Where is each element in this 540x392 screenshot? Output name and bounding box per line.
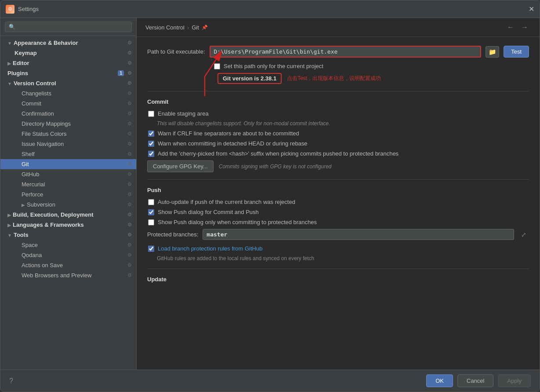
configure-gpg-button[interactable]: Configure GPG Key...	[147, 160, 214, 172]
current-project-label: Set this path only for the current proje…	[224, 63, 323, 69]
cancel-button[interactable]: Cancel	[457, 374, 493, 387]
breadcrumb: Version Control › Git 📌	[145, 24, 208, 31]
build-settings-icon: ⚙	[127, 212, 132, 218]
file-status-settings-icon: ⚙	[127, 131, 132, 137]
push-section-title: Push	[147, 187, 529, 193]
detached-label: Warn when committing in detached HEAD or…	[158, 140, 308, 147]
breadcrumb-git: Git	[192, 24, 199, 31]
search-box	[0, 18, 136, 36]
window-title: Settings	[18, 6, 529, 12]
sidebar-item-commit[interactable]: Commit ⚙	[0, 98, 136, 109]
staging-row: Enable staging area	[147, 110, 529, 117]
main-header: Version Control › Git 📌 ← →	[137, 18, 540, 37]
qodana-settings-icon: ⚙	[127, 252, 132, 258]
sidebar-item-editor[interactable]: ▶Editor ⚙	[0, 58, 136, 68]
gpg-row: Configure GPG Key... Commits signing wit…	[147, 160, 529, 172]
github-settings-icon: ⚙	[127, 171, 132, 177]
protected-branches-label: Protected branches:	[147, 231, 198, 238]
path-label: Path to Git executable:	[147, 48, 205, 55]
confirmation-settings-icon: ⚙	[127, 111, 132, 116]
shelf-settings-icon: ⚙	[127, 151, 132, 157]
show-push-protected-row: Show Push dialog only when committing to…	[147, 219, 529, 225]
mercurial-settings-icon: ⚙	[127, 181, 132, 187]
expand-protected-icon[interactable]: ⤢	[518, 230, 529, 239]
sidebar-item-version-control[interactable]: ▼Version Control ⚙	[0, 78, 136, 88]
annotation-text: 点击Test，出现版本信息，说明配置成功	[287, 75, 381, 82]
browse-button[interactable]: 📁	[486, 46, 499, 58]
detached-checkbox[interactable]	[148, 141, 154, 147]
sidebar-item-subversion[interactable]: ▶Subversion ⚙	[0, 200, 136, 210]
update-divider	[147, 269, 529, 269]
sidebar-item-appearance[interactable]: ▼Appearance & Behavior ⚙	[0, 38, 136, 48]
lang-settings-icon: ⚙	[127, 222, 132, 228]
settings-window: ⚙ Settings ✕ ▼Appearance & Behavior ⚙ Ke…	[0, 0, 540, 392]
sidebar: ▼Appearance & Behavior ⚙ Keymap ⚙ ▶Edito…	[0, 18, 137, 370]
sidebar-item-web-browsers[interactable]: Web Browsers and Preview ⚙	[0, 270, 136, 280]
update-section-title: Update	[147, 276, 529, 283]
sidebar-item-changelists[interactable]: Changelists ⚙	[0, 88, 136, 98]
sidebar-item-issue-navigation[interactable]: Issue Navigation ⚙	[0, 139, 136, 149]
commit-settings-icon: ⚙	[127, 101, 132, 106]
apply-button[interactable]: Apply	[498, 374, 531, 387]
protected-branches-input[interactable]	[203, 229, 514, 240]
sidebar-item-keymap[interactable]: Keymap ⚙	[0, 48, 136, 58]
sidebar-item-languages-frameworks[interactable]: ▶Languages & Frameworks ⚙	[0, 220, 136, 230]
sidebar-item-shelf[interactable]: Shelf ⚙	[0, 149, 136, 159]
main-body: Path to Git executable: 📁 Test Set this …	[137, 37, 540, 370]
breadcrumb-separator: ›	[187, 24, 189, 31]
sidebar-item-github[interactable]: GitHub ⚙	[0, 169, 136, 179]
staging-checkbox[interactable]	[148, 111, 154, 117]
nav-back-button[interactable]: ←	[504, 22, 517, 32]
search-input[interactable]	[5, 22, 132, 32]
staging-note: This will disable changelists support. O…	[157, 120, 529, 127]
crlf-label: Warn if CRLF line separators are about t…	[158, 130, 299, 137]
sidebar-item-space[interactable]: Space ⚙	[0, 240, 136, 250]
load-protection-checkbox[interactable]	[148, 246, 154, 252]
show-push-protected-checkbox[interactable]	[148, 219, 154, 225]
sidebar-item-confirmation[interactable]: Confirmation ⚙	[0, 109, 136, 119]
dir-mappings-settings-icon: ⚙	[127, 121, 132, 127]
test-button[interactable]: Test	[504, 46, 529, 58]
app-icon: ⚙	[6, 5, 14, 14]
perforce-settings-icon: ⚙	[127, 192, 132, 197]
nav-forward-button[interactable]: →	[518, 22, 531, 32]
version-row: Git version is 2.38.1 点击Test，出现版本信息，说明配置…	[213, 73, 529, 84]
path-row: Path to Git executable: 📁 Test	[147, 46, 529, 58]
cherry-row: Add the 'cherry-picked from <hash>' suff…	[147, 150, 529, 157]
sidebar-item-git[interactable]: Git ⚙	[0, 159, 136, 169]
load-protection-row: Load branch protection rules from GitHub	[147, 245, 529, 252]
sidebar-item-tools[interactable]: ▼Tools ⚙	[0, 230, 136, 240]
commit-section-title: Commit	[147, 98, 529, 105]
auto-update-checkbox[interactable]	[148, 199, 154, 205]
detached-row: Warn when committing in detached HEAD or…	[147, 140, 529, 147]
sidebar-item-file-status-colors[interactable]: File Status Colors ⚙	[0, 129, 136, 139]
sidebar-item-qodana[interactable]: Qodana ⚙	[0, 250, 136, 260]
sidebar-item-plugins[interactable]: Plugins 1 ⚙	[0, 68, 136, 78]
plugins-badge: 1	[118, 70, 124, 76]
push-divider	[147, 179, 529, 180]
pin-icon[interactable]: 📌	[202, 25, 208, 30]
subversion-settings-icon: ⚙	[127, 202, 132, 207]
sidebar-item-perforce[interactable]: Perforce ⚙	[0, 189, 136, 200]
show-push-checkbox[interactable]	[148, 209, 154, 215]
path-input[interactable]	[210, 46, 482, 58]
auto-update-label: Auto-update if push of the current branc…	[158, 199, 295, 205]
sidebar-tree: ▼Appearance & Behavior ⚙ Keymap ⚙ ▶Edito…	[0, 36, 136, 370]
issue-nav-settings-icon: ⚙	[127, 141, 132, 147]
space-settings-icon: ⚙	[127, 242, 132, 248]
show-push-label: Show Push dialog for Commit and Push	[158, 209, 259, 215]
editor-settings-icon: ⚙	[127, 60, 132, 66]
sidebar-item-actions-on-save[interactable]: Actions on Save ⚙	[0, 260, 136, 270]
cherry-checkbox[interactable]	[148, 151, 154, 157]
help-button[interactable]: ?	[9, 377, 13, 385]
commit-divider	[147, 91, 529, 91]
sidebar-item-build-execution[interactable]: ▶Build, Execution, Deployment ⚙	[0, 210, 136, 220]
auto-update-row: Auto-update if push of the current branc…	[147, 199, 529, 205]
close-button[interactable]: ✕	[529, 5, 534, 13]
crlf-checkbox[interactable]	[148, 131, 154, 137]
show-push-row: Show Push dialog for Commit and Push	[147, 209, 529, 215]
current-project-checkbox[interactable]	[214, 63, 220, 69]
sidebar-item-directory-mappings[interactable]: Directory Mappings ⚙	[0, 119, 136, 129]
ok-button[interactable]: OK	[426, 374, 453, 387]
sidebar-item-mercurial[interactable]: Mercurial ⚙	[0, 179, 136, 189]
